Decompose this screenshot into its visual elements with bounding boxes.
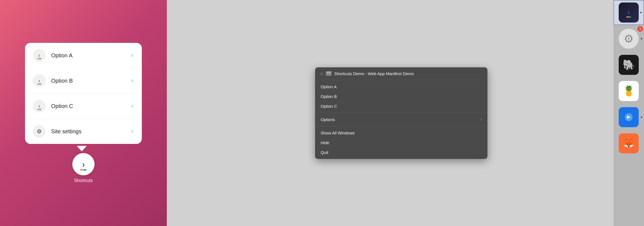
menu-submenu-section: Options › xyxy=(315,113,487,126)
popup-container: › Option A ≡ › Option B ≡ › Option C ≡ xyxy=(25,43,142,183)
option-c-icon-circle: › xyxy=(33,100,46,112)
drag-handle-a: ≡ xyxy=(131,53,134,58)
diamond-icon: ◇ xyxy=(320,71,323,76)
site-settings-icon-circle: ⚙ xyxy=(33,125,46,138)
menu-actions-section: Show All Windows Hide Quit xyxy=(315,126,487,159)
menu-hide[interactable]: Hide xyxy=(315,138,487,148)
menu-options-label: Options xyxy=(321,117,335,122)
submenu-chevron-icon: › xyxy=(480,117,482,122)
dock-dot xyxy=(640,12,642,13)
app-icon[interactable]: › xyxy=(72,153,95,175)
dock-item-blue[interactable] xyxy=(613,105,644,130)
option-b-icon-circle: › xyxy=(33,74,46,87)
settings-icon: ⚙ xyxy=(619,29,639,49)
menu-option-a[interactable]: Option A xyxy=(315,82,487,92)
blue-app-dot xyxy=(641,116,642,118)
show-all-windows-label: Show All Windows xyxy=(321,131,355,135)
dock-item-settings[interactable]: ⚙ 1 xyxy=(613,26,644,51)
center-area: ◇ Shortcuts Demo - Web App Manifest Demo… xyxy=(167,67,613,159)
context-menu: ◇ Shortcuts Demo - Web App Manifest Demo… xyxy=(315,67,487,159)
bubble-tail xyxy=(77,146,87,151)
prompt-chevron-icon: › xyxy=(38,53,40,58)
option-a-icon-circle: › xyxy=(33,49,46,62)
menu-options-section: Option A Option B Option C xyxy=(315,80,487,113)
option-a-label: Option A xyxy=(51,52,125,59)
menu-option-b-label: Option B xyxy=(321,94,337,99)
dock: › ⚙ 1 🐘 🍍 🦊 xyxy=(613,0,644,226)
menu-quit[interactable]: Quit xyxy=(315,148,487,157)
drag-handle-settings: ≡ xyxy=(131,129,134,134)
dock-item-fruit[interactable]: 🍍 xyxy=(613,78,644,104)
menu-title: Shortcuts Demo - Web App Manifest Demo xyxy=(334,71,414,76)
app-label: Shortcuts xyxy=(74,178,93,183)
blue-app-icon xyxy=(619,107,639,127)
prompt-chevron-icon-b: › xyxy=(38,78,40,84)
drag-handle-c: ≡ xyxy=(131,103,134,109)
dock-item-elephant[interactable]: 🐘 xyxy=(613,52,644,77)
settings-dot xyxy=(641,38,642,40)
site-settings-label: Site settings xyxy=(51,128,125,135)
option-b-label: Option B xyxy=(51,78,125,84)
menu-option-b[interactable]: Option B xyxy=(315,92,487,101)
prompt-chevron-icon-c: › xyxy=(38,103,40,109)
menu-option-c[interactable]: Option C xyxy=(315,101,487,111)
settings-badge: 1 xyxy=(637,26,643,32)
dock-item-terminal[interactable]: › xyxy=(613,0,644,25)
dock-item-orange[interactable]: 🦊 xyxy=(613,131,644,156)
orange-app-icon: 🦊 xyxy=(619,133,639,153)
menu-option-c-label: Option C xyxy=(321,104,337,109)
elephant-icon: 🐘 xyxy=(619,55,639,75)
site-settings-item[interactable]: ⚙ Site settings ≡ xyxy=(25,119,142,144)
option-a-item[interactable]: › Option A ≡ xyxy=(25,43,142,68)
menu-header: ◇ Shortcuts Demo - Web App Manifest Demo xyxy=(315,67,487,80)
option-c-label: Option C xyxy=(51,103,125,109)
menu-show-all-windows[interactable]: Show All Windows xyxy=(315,128,487,138)
option-b-item[interactable]: › Option B ≡ xyxy=(25,68,142,94)
quit-label: Quit xyxy=(321,150,328,155)
menu-option-a-label: Option A xyxy=(321,84,337,89)
drag-handle-b: ≡ xyxy=(131,78,134,84)
terminal-chevron-icon: › xyxy=(628,9,630,16)
hide-label: Hide xyxy=(321,140,329,145)
window-icon xyxy=(326,71,331,76)
gear-icon: ⚙ xyxy=(37,128,42,135)
app-icon-chevron: › xyxy=(82,159,85,170)
menu-options-submenu[interactable]: Options › xyxy=(315,115,487,124)
option-c-item[interactable]: › Option C ≡ xyxy=(25,94,142,119)
popup-card: › Option A ≡ › Option B ≡ › Option C ≡ xyxy=(25,43,142,144)
terminal-icon: › xyxy=(619,3,639,23)
settings-gear-icon: ⚙ xyxy=(624,32,634,45)
fruit-icon: 🍍 xyxy=(619,81,639,101)
app-icon-container: › Shortcuts xyxy=(72,153,95,183)
left-panel: › Option A ≡ › Option B ≡ › Option C ≡ xyxy=(0,0,167,226)
